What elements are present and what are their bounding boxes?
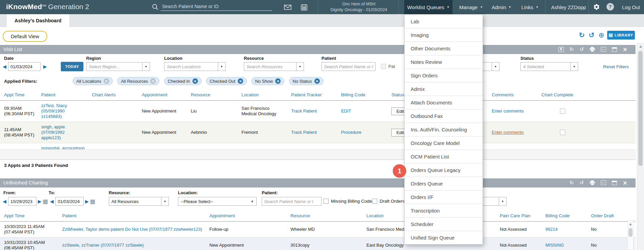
to-prev-icon[interactable]: ◀ (50, 197, 54, 206)
menu-item-lab[interactable]: Lab (405, 15, 483, 28)
partial-checkbox[interactable] (381, 63, 386, 69)
patient-link[interactable]: singh, apple (41, 124, 85, 130)
logout-button[interactable]: Log Out (621, 0, 641, 14)
patient-link[interactable]: zzTest, Stacy (41, 103, 85, 108)
orders-queue-legacy-count-badge[interactable]: 1 (393, 164, 406, 178)
page-scrollbar[interactable]: ▲ (637, 43, 644, 250)
remove-chip-icon[interactable]: ✕ (192, 78, 198, 84)
help-icon[interactable]: ? (606, 3, 614, 10)
chart-complete-checkbox[interactable] (560, 108, 565, 114)
library-button[interactable]: LIBRARY (607, 31, 635, 40)
billing-code-link[interactable]: 99214 (545, 227, 558, 232)
date-prev-icon[interactable]: ◀ (3, 62, 6, 71)
location-select[interactable]: --Please Select-- ▼ (178, 197, 257, 206)
from-prev-icon[interactable]: ◀ (3, 197, 6, 206)
menu-item-ins-auth-fin-counseling[interactable]: Ins. Auth/Fin. Counseling (405, 123, 483, 136)
active-clinic-info[interactable]: Onc Hem of MSH Dignity Oncology - 01/03/… (319, 1, 398, 13)
scroll-up-icon[interactable]: ▲ (637, 43, 644, 48)
region-select[interactable]: Select Region... ▼ (86, 62, 150, 71)
to-date-input[interactable] (55, 197, 84, 206)
col-appt-time[interactable]: Appt Time (0, 89, 37, 101)
resource-select[interactable]: Search Resources ▼ (244, 62, 304, 71)
enter-comments-link[interactable]: Enter comments (492, 130, 524, 135)
refresh-schedule-icon[interactable]: ↻ (570, 179, 574, 186)
col-appointment[interactable]: Appointment (205, 210, 286, 222)
close-icon[interactable]: × (623, 46, 627, 53)
to-calendar-icon[interactable]: ▦ (90, 197, 95, 206)
collapse-icon[interactable]: ← (601, 180, 606, 185)
col-order-draft[interactable]: Order Draft (587, 210, 627, 222)
menu-item-scheduler[interactable]: Scheduler (405, 217, 483, 231)
track-patient-link[interactable]: Track Patient (291, 108, 317, 114)
patient-link[interactable]: zzSteele, zzTrainer (07/07/1977 zzSteele… (62, 243, 144, 248)
menu-item-orders-queue-legacy[interactable]: Orders Queue Legacy (405, 163, 483, 177)
print-icon[interactable] (590, 46, 595, 53)
patient-search-input[interactable] (262, 197, 321, 206)
remove-chip-icon[interactable]: ✕ (275, 78, 281, 84)
menu-item-orders-if[interactable]: Orders I/F (405, 190, 483, 204)
scroll-up-icon[interactable]: ▲ (628, 221, 633, 226)
reset-filters-link[interactable]: Reset Filters (603, 64, 629, 69)
sync-icon[interactable]: ↻ (579, 31, 585, 39)
col-appt-time[interactable]: Appt Time (0, 210, 58, 222)
date-next-icon[interactable]: ▶ (43, 62, 47, 71)
col-patient[interactable]: Patient (37, 89, 88, 101)
filter-chip[interactable]: No Status✕ (289, 77, 324, 85)
date-input[interactable] (8, 62, 41, 71)
menu-item-outbound-fax[interactable]: Outbound Fax (405, 109, 483, 123)
col-billing-code[interactable]: Billing Code (541, 210, 587, 222)
enter-comments-link[interactable]: Enter comments (492, 108, 524, 114)
filter-chip[interactable]: All Locations✕ (73, 77, 113, 85)
menu-item-ocm-patient-list[interactable]: OCM Patient List (405, 150, 483, 163)
gear-icon[interactable] (592, 3, 600, 10)
patient-link[interactable]: ZzWheeler, Taylor demo patient Do Not Us… (62, 227, 202, 232)
filter-chip[interactable]: Checked Out✕ (206, 77, 247, 85)
patient-detail[interactable]: (07/09/1992 apple123) (41, 130, 85, 141)
from-date-input[interactable] (8, 197, 36, 206)
tab-ashleys-dashboard[interactable]: Ashley's Dashboard (7, 14, 69, 27)
scrollbar-thumb[interactable] (628, 228, 633, 237)
add-icon[interactable]: ⊕ (598, 31, 604, 39)
search-input[interactable] (161, 3, 272, 11)
table-scrollbar[interactable]: ▲ (627, 220, 634, 250)
menu-manage[interactable]: Manage▼ (458, 0, 484, 14)
print-icon[interactable] (590, 179, 595, 186)
col-resource[interactable]: Resource (286, 210, 362, 222)
menu-item-notes-review[interactable]: Notes Review (405, 55, 483, 69)
resource-select[interactable]: All Resources ▼ (109, 197, 169, 206)
menu-admin[interactable]: Admin▼ (490, 0, 513, 14)
remove-chip-icon[interactable]: ✕ (150, 78, 156, 84)
col-comments[interactable]: Comments (488, 89, 537, 101)
filter-chip[interactable]: No Show✕ (251, 77, 284, 85)
collapse-icon[interactable]: ← (601, 47, 606, 52)
remove-chip-icon[interactable]: ✕ (238, 78, 243, 84)
menu-links[interactable]: Links▼ (520, 0, 540, 14)
today-button[interactable]: TODAY (61, 62, 83, 71)
close-icon[interactable]: × (623, 179, 627, 186)
col-appointment[interactable]: Appointment (138, 89, 187, 101)
patient-search-input[interactable] (321, 62, 376, 71)
col-billing-code[interactable]: Billing Code (337, 89, 387, 101)
default-view-button[interactable]: Default View (3, 31, 47, 42)
menu-item-admix[interactable]: Admix (405, 82, 483, 96)
scrollbar-thumb[interactable] (638, 51, 643, 166)
menu-worklist-queues[interactable]: Worklist Queues▼ (404, 0, 453, 14)
filter-chip[interactable]: All Resources✕ (117, 77, 159, 85)
menu-item-unified-sign-queue[interactable]: Unified Sign Queue (405, 231, 483, 244)
location-select[interactable]: Search Locations ▼ (164, 62, 226, 71)
col-location[interactable]: Location (237, 89, 287, 101)
status-multiselect[interactable]: 4 Selected ▼ (520, 62, 578, 71)
menu-item-sign-orders[interactable]: Sign Orders (405, 69, 483, 82)
billing-code-link[interactable]: EDIT (341, 108, 351, 114)
col-pain-care-plan[interactable]: Pain Care Plan (496, 210, 541, 222)
maximize-icon[interactable] (612, 181, 617, 185)
from-next-icon[interactable]: ▶ (38, 197, 42, 206)
chart-complete-checkbox[interactable] (560, 130, 565, 135)
patient-detail[interactable]: (05/09/1990 zz145683) (41, 108, 85, 119)
col-chart-alerts[interactable]: Chart Alerts (88, 89, 138, 101)
filter-chip[interactable]: Checked In✕ (164, 77, 202, 85)
track-patient-link[interactable]: Track Patient (291, 130, 317, 135)
billing-code-link[interactable]: Procedure (341, 130, 361, 135)
maximize-icon[interactable] (612, 47, 617, 52)
menu-item-other-documents[interactable]: Other Documents (405, 42, 483, 55)
